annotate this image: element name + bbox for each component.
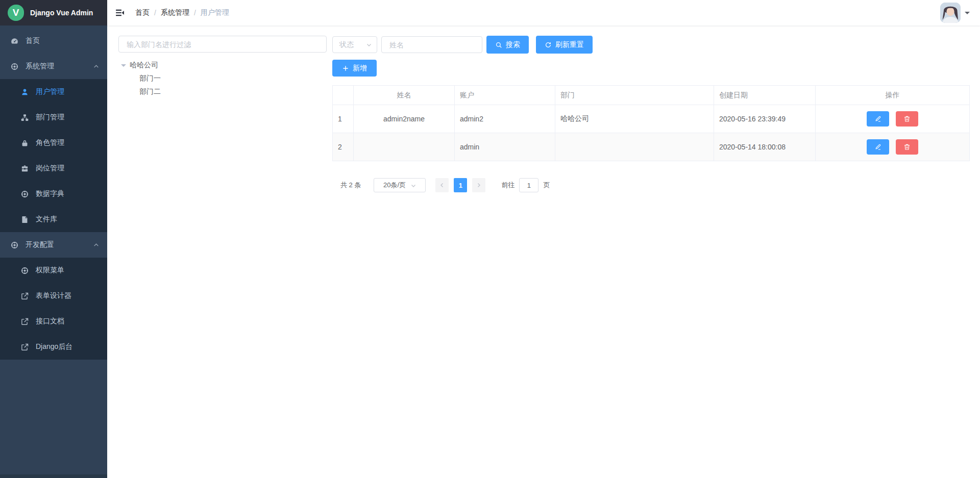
sidebar-item-label: 用户管理 xyxy=(36,87,64,96)
search-icon xyxy=(495,41,502,48)
header-created: 创建日期 xyxy=(714,86,816,105)
add-user-button[interactable]: 新增 xyxy=(332,60,377,77)
department-filter-input[interactable] xyxy=(118,36,327,53)
dev-submenu: 权限菜单 表单设计器 接口文档 Django后台 xyxy=(0,258,107,360)
external-link-icon xyxy=(20,343,29,351)
caret-down-icon[interactable] xyxy=(121,64,126,69)
add-button-label: 新增 xyxy=(353,64,367,73)
cell-index: 1 xyxy=(333,105,354,133)
user-icon xyxy=(20,88,29,96)
cell-name xyxy=(354,133,455,161)
cell-account: admin xyxy=(455,133,555,161)
filter-row: 状态 搜索 刷新重置 xyxy=(332,36,970,54)
tree-node-label: 部门二 xyxy=(139,87,161,96)
main-content: 哈哈公司 部门一 部门二 状态 搜索 xyxy=(107,26,980,478)
delete-button[interactable] xyxy=(896,111,918,127)
sidebar-item-label: 角色管理 xyxy=(36,138,64,147)
chevron-left-icon xyxy=(439,182,445,188)
name-search-input[interactable] xyxy=(381,36,482,53)
chevron-down-icon xyxy=(410,183,416,189)
page-size-select[interactable]: 20条/页 xyxy=(374,178,426,192)
breadcrumb-home[interactable]: 首页 xyxy=(135,8,150,17)
cell-department: 哈哈公司 xyxy=(555,105,714,133)
header-index xyxy=(333,86,354,105)
sidebar-item-label: Django后台 xyxy=(36,342,72,351)
table-row: 2 admin 2020-05-14 18:00:08 xyxy=(333,133,970,161)
sidebar-item-api-docs[interactable]: 接口文档 xyxy=(0,309,107,334)
component-icon xyxy=(10,62,19,71)
goto-page-input[interactable] xyxy=(519,178,538,192)
edit-button[interactable] xyxy=(867,139,889,155)
sidebar: V Django Vue Admin 首页 系统管理 用户管理 xyxy=(0,0,107,478)
external-link-icon xyxy=(20,317,29,326)
user-menu[interactable] xyxy=(940,3,970,23)
sidebar-item-form-designer[interactable]: 表单设计器 xyxy=(0,283,107,309)
tree-node-label: 哈哈公司 xyxy=(130,61,158,70)
cell-department xyxy=(555,133,714,161)
goto-label: 前往 xyxy=(501,181,514,190)
cell-created: 2020-05-16 23:39:49 xyxy=(714,105,816,133)
tree-node-root[interactable]: 哈哈公司 xyxy=(118,59,327,72)
cell-actions xyxy=(816,133,970,161)
sidebar-item-roles[interactable]: 角色管理 xyxy=(0,130,107,156)
header-department: 部门 xyxy=(555,86,714,105)
sidebar-item-positions[interactable]: 岗位管理 xyxy=(0,156,107,181)
sidebar-item-users[interactable]: 用户管理 xyxy=(0,79,107,105)
briefcase-icon xyxy=(20,164,29,173)
next-page-button[interactable] xyxy=(472,178,485,192)
sidebar-item-label: 数据字典 xyxy=(36,189,64,198)
sidebar-item-django-admin[interactable]: Django后台 xyxy=(0,334,107,360)
breadcrumb-system[interactable]: 系统管理 xyxy=(161,8,189,17)
hamburger-icon[interactable] xyxy=(115,8,125,18)
sidebar-item-home[interactable]: 首页 xyxy=(0,28,107,54)
breadcrumb-separator: / xyxy=(154,9,156,17)
sidebar-bottom-strip xyxy=(0,474,107,478)
sidebar-item-label: 首页 xyxy=(26,36,40,45)
breadcrumb-separator: / xyxy=(194,9,196,17)
sidebar-section-label: 开发配置 xyxy=(26,240,54,249)
breadcrumb: 首页 / 系统管理 / 用户管理 xyxy=(135,8,229,17)
edit-button[interactable] xyxy=(867,111,889,127)
org-tree-icon xyxy=(20,113,29,122)
cell-created: 2020-05-14 18:00:08 xyxy=(714,133,816,161)
tree-node-child[interactable]: 部门一 xyxy=(118,72,327,85)
vue-logo: V xyxy=(8,5,24,21)
avatar[interactable] xyxy=(940,3,961,23)
delete-button[interactable] xyxy=(896,139,918,155)
status-select-placeholder: 状态 xyxy=(339,40,354,49)
page-unit-label: 页 xyxy=(543,181,550,190)
page-size-value: 20条/页 xyxy=(383,181,406,190)
refresh-reset-button[interactable]: 刷新重置 xyxy=(536,36,593,54)
system-submenu: 用户管理 部门管理 角色管理 岗位管理 xyxy=(0,79,107,232)
cell-name: admin2name xyxy=(354,105,455,133)
prev-page-button[interactable] xyxy=(435,178,449,192)
breadcrumb-current: 用户管理 xyxy=(201,8,229,17)
sidebar-section-system[interactable]: 系统管理 xyxy=(0,54,107,79)
toolbar-row: 新增 xyxy=(332,60,970,77)
page-number-1[interactable]: 1 xyxy=(454,178,467,192)
sidebar-section-dev[interactable]: 开发配置 xyxy=(0,232,107,258)
sidebar-menu: 首页 系统管理 用户管理 部门管理 xyxy=(0,26,107,360)
sidebar-item-dictionary[interactable]: 数据字典 xyxy=(0,181,107,207)
table-header-row: 姓名 账户 部门 创建日期 操作 xyxy=(333,86,970,105)
external-link-icon xyxy=(20,292,29,300)
chevron-up-icon xyxy=(93,242,100,248)
plus-icon xyxy=(342,65,349,72)
sidebar-item-label: 表单设计器 xyxy=(36,291,71,300)
refresh-icon xyxy=(545,41,552,48)
search-button-label: 搜索 xyxy=(506,40,520,49)
dashboard-icon xyxy=(10,37,19,45)
sidebar-item-departments[interactable]: 部门管理 xyxy=(0,105,107,130)
search-button[interactable]: 搜索 xyxy=(486,36,529,54)
sidebar-item-files[interactable]: 文件库 xyxy=(0,207,107,232)
users-table: 姓名 账户 部门 创建日期 操作 1 admin2name admin2 哈哈公… xyxy=(332,85,970,161)
component-icon xyxy=(20,266,29,275)
status-select[interactable]: 状态 xyxy=(332,36,377,53)
delete-icon xyxy=(903,143,911,150)
sidebar-item-label: 权限菜单 xyxy=(36,266,64,275)
department-tree: 哈哈公司 部门一 部门二 xyxy=(118,59,327,98)
tree-node-child[interactable]: 部门二 xyxy=(118,85,327,98)
lock-icon xyxy=(20,139,29,147)
sidebar-item-label: 接口文档 xyxy=(36,317,64,326)
sidebar-item-permission-menu[interactable]: 权限菜单 xyxy=(0,258,107,283)
